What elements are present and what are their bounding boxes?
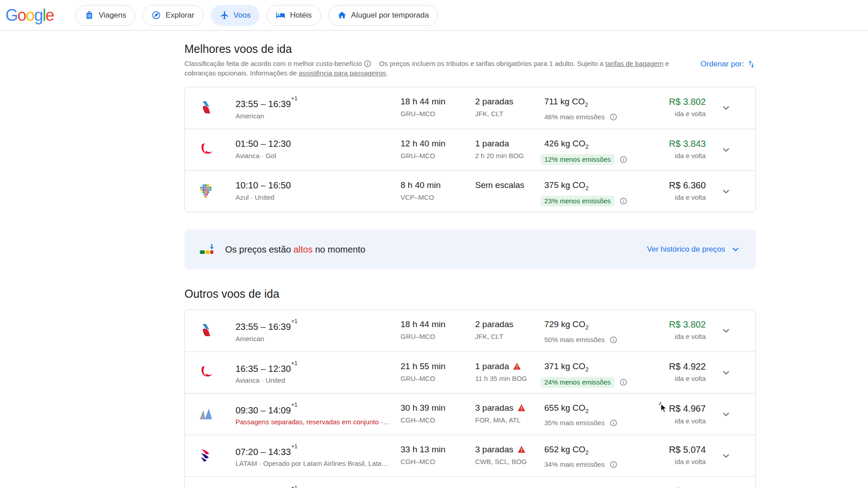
chevron-down-icon	[721, 103, 731, 113]
google-logo[interactable]: Google	[5, 6, 54, 25]
flight-carriers: Passagens separadas, reservadas em conju…	[236, 418, 401, 427]
flight-icon	[220, 10, 229, 20]
flight-stops: 1 parada	[475, 361, 544, 372]
pricing-disclaimer: Classificação feita de acordo com o melh…	[184, 59, 677, 78]
flight-price: R$ 3.802	[669, 319, 706, 330]
flight-stops-detail: CWB, SCL, BOG	[475, 457, 544, 466]
flight-duration: 33 h 13 min	[401, 444, 475, 455]
plus-days: +1	[291, 95, 297, 102]
price-history-label: Ver histórico de preços	[647, 245, 725, 254]
co2-subscript: 2	[585, 101, 588, 108]
expand-flight-button[interactable]	[718, 323, 734, 338]
flight-emissions: 35% mais emissões	[544, 418, 653, 427]
flight-price: R$ 5.345	[669, 486, 706, 488]
nav-tab-aluguel-por-temporada[interactable]: Aluguel por temporada	[328, 5, 438, 26]
flight-co2: 371 kg CO2	[544, 361, 653, 375]
flight-route: CGH–MCO	[401, 457, 475, 466]
plus-days: +1	[291, 318, 297, 324]
flight-stops-detail: 11 h 35 min BOG	[475, 374, 544, 383]
expand-flight-button[interactable]	[718, 100, 734, 116]
flight-stops-detail: JFK, CLT	[475, 332, 544, 341]
flight-duration: 18 h 44 min	[401, 96, 475, 107]
co2-subscript: 2	[585, 143, 589, 150]
expand-flight-button[interactable]	[718, 448, 734, 464]
flight-row[interactable]: 23:55 – 16:39+1American18 h 44 minGRU–MC…	[185, 87, 755, 129]
flight-row[interactable]: 07:20 – 14:33+1LATAM · Operado por Latam…	[185, 435, 755, 476]
flight-price: R$ 4.922	[669, 361, 706, 372]
american-logo	[197, 99, 236, 117]
flight-stops: 1 parada	[475, 486, 544, 488]
flight-duration: 18 h 44 min	[401, 319, 475, 330]
chevron-down-icon	[721, 451, 731, 461]
flight-row[interactable]: 09:30 – 14:09+1Passagens separadas, rese…	[185, 393, 755, 435]
passenger-assistance-link[interactable]: assistência para passageiros	[299, 69, 386, 77]
other-flights-card: 23:55 – 16:39+1American18 h 44 minGRU–MC…	[184, 310, 756, 488]
price-level-prefix: Os preços estão	[225, 244, 293, 254]
info-icon[interactable]	[620, 156, 627, 163]
chevron-down-icon	[721, 368, 731, 378]
sort-by-label: Ordenar por:	[701, 60, 744, 69]
co2-subscript: 2	[585, 449, 589, 455]
flight-row[interactable]: 10:10 – 16:50Azul · United8 h 40 minVCP–…	[185, 170, 755, 212]
other-flights-title: Outros voos de ida	[184, 287, 756, 300]
info-icon[interactable]	[610, 419, 617, 427]
flight-row[interactable]: 16:35 – 12:30+1Avianca · United21 h 55 m…	[185, 352, 755, 393]
plus-days: +1	[291, 360, 297, 366]
plus-days: +1	[291, 402, 297, 408]
co2-subscript: 2	[585, 407, 589, 414]
flight-duration: 21 h 55 min	[401, 361, 475, 372]
nav-tab-label: Voos	[234, 11, 251, 20]
expand-flight-button[interactable]	[718, 184, 734, 199]
info-icon[interactable]	[620, 379, 627, 386]
flight-carriers: American	[236, 334, 401, 343]
flight-row[interactable]: 22:15 – 10:40+114 h 25 min1 parada701 kg…	[185, 476, 755, 488]
price-level-text: Os preços estão altos no momento	[225, 244, 365, 255]
house-icon	[337, 10, 347, 20]
flight-row[interactable]: 01:50 – 12:30Avianca · Gol12 h 40 minGRU…	[185, 129, 755, 170]
info-icon[interactable]	[364, 60, 371, 67]
co2-subscript: 2	[585, 184, 589, 191]
nav-tab-explorar[interactable]: Explorar	[142, 5, 203, 26]
flight-co2: 375 kg CO2	[544, 180, 653, 194]
flight-times: 01:50 – 12:30	[236, 138, 401, 149]
expand-flight-button[interactable]	[718, 365, 734, 380]
nav-tab-label: Hotéis	[290, 11, 311, 20]
flight-co2: 729 kg CO2	[544, 319, 653, 333]
chevron-down-icon	[721, 326, 731, 336]
flight-stops-detail: 2 h 20 min BOG	[475, 151, 544, 160]
flight-price: R$ 3.802	[669, 96, 706, 107]
sort-by-button[interactable]: Ordenar por:	[701, 60, 756, 69]
price-history-button[interactable]: Ver histórico de preços	[647, 244, 741, 254]
expand-flight-button[interactable]	[718, 142, 734, 158]
luggage-icon	[85, 10, 94, 20]
info-icon[interactable]	[610, 113, 617, 121]
info-icon[interactable]	[610, 461, 617, 468]
nav-tab-hoteis[interactable]: Hotéis	[267, 5, 321, 26]
expand-flight-button[interactable]	[718, 407, 734, 422]
chevron-down-icon	[721, 409, 731, 419]
flight-carriers: LATAM · Operado por Latam Airlines Brasi…	[236, 459, 401, 468]
flight-emissions: 12% menos emissões	[544, 154, 653, 165]
flight-times: 16:35 – 12:30+1	[236, 361, 401, 374]
flight-stops: 2 paradas	[475, 319, 544, 330]
flight-carriers: Azul · United	[236, 193, 401, 202]
best-flights-card: 23:55 – 16:39+1American18 h 44 minGRU–MC…	[184, 87, 756, 212]
price-note: ida e volta	[675, 151, 706, 160]
nav-tab-viagens[interactable]: Viagens	[75, 5, 135, 26]
flight-route: GRU–MCO	[401, 374, 475, 383]
flight-times: 09:30 – 14:09+1	[236, 403, 401, 416]
nav-tab-label: Aluguel por temporada	[351, 11, 429, 20]
flight-row[interactable]: 23:55 – 16:39+1American18 h 44 minGRU–MC…	[185, 310, 755, 352]
avianca-logo	[197, 364, 236, 381]
logo-letter: o	[26, 6, 34, 24]
info-icon[interactable]	[610, 336, 617, 343]
co2-subscript: 2	[585, 324, 589, 331]
logo-letter: e	[46, 6, 54, 24]
flight-route: GRU–MCO	[401, 109, 475, 118]
chevron-down-icon	[721, 187, 731, 197]
baggage-fees-link[interactable]: tarifas de bagagem	[605, 60, 663, 67]
info-icon[interactable]	[620, 197, 627, 205]
price-insights-banner: Os preços estão altos no momento Ver his…	[184, 230, 756, 269]
mouse-cursor-icon	[658, 401, 669, 413]
nav-tab-voos[interactable]: Voos	[211, 5, 260, 26]
